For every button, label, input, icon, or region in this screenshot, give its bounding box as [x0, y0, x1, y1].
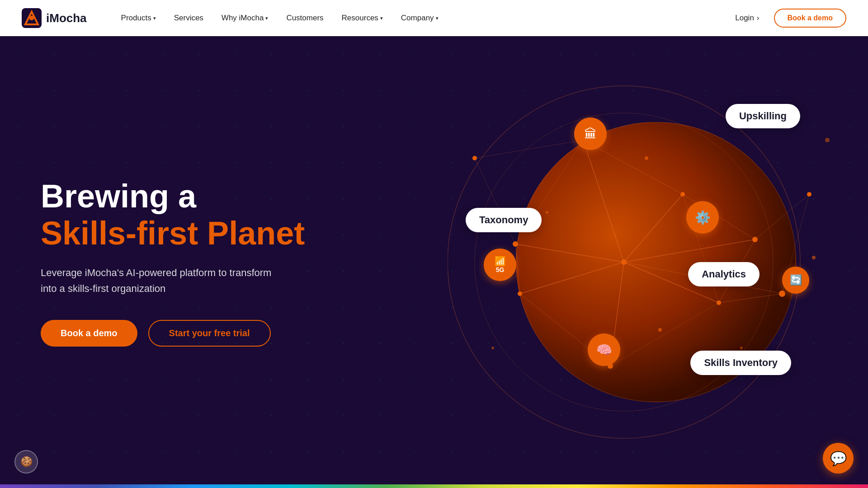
wifi-icon: 📶	[495, 256, 506, 266]
building-icon-circle: 🏛	[574, 117, 607, 150]
svg-point-32	[717, 300, 721, 305]
svg-line-13	[583, 140, 683, 194]
login-button[interactable]: Login ›	[728, 10, 766, 26]
5g-icon-circle: 📶 5G	[484, 249, 516, 281]
hero-title-orange: Skills-first Planet	[41, 215, 305, 251]
nav-resources[interactable]: Resources ▾	[335, 10, 390, 26]
svg-point-33	[752, 237, 758, 242]
skills-inventory-label: Skills Inventory	[690, 351, 791, 375]
svg-line-6	[624, 194, 683, 262]
svg-point-26	[621, 259, 627, 265]
navbar: iMocha Products ▾ Services Why iMocha ▾ …	[0, 0, 868, 36]
nav-products[interactable]: Products ▾	[114, 10, 163, 26]
chat-button[interactable]: 💬	[823, 443, 854, 474]
chevron-down-icon: ▾	[265, 15, 268, 21]
svg-point-29	[513, 241, 518, 247]
chevron-down-icon: ▾	[380, 15, 383, 21]
hero-title: Brewing a Skills-first Planet	[41, 178, 305, 253]
svg-line-11	[624, 239, 755, 262]
nav-customers[interactable]: Customers	[279, 10, 330, 26]
svg-point-36	[472, 156, 477, 160]
brain-icon-circle: 🧠	[588, 333, 620, 366]
5g-label: 5G	[496, 267, 505, 273]
right-gear-icon-circle: 🔄	[782, 267, 809, 294]
nav-links: Products ▾ Services Why iMocha ▾ Custome…	[114, 10, 728, 26]
cookie-button[interactable]: 🍪	[14, 450, 38, 474]
svg-point-40	[658, 328, 662, 332]
svg-point-34	[779, 291, 785, 297]
logo[interactable]: iMocha	[22, 8, 87, 28]
arrow-right-icon: ›	[757, 14, 760, 23]
nav-company[interactable]: Company ▾	[394, 10, 446, 26]
svg-point-2	[29, 16, 34, 20]
nav-why-imocha[interactable]: Why iMocha ▾	[214, 10, 276, 26]
svg-point-30	[518, 291, 522, 296]
hero-subtitle: Leverage iMocha's AI-powered platform to…	[41, 265, 276, 296]
svg-point-28	[680, 192, 685, 197]
hero-section: Brewing a Skills-first Planet Leverage i…	[0, 0, 868, 488]
hero-content: Brewing a Skills-first Planet Leverage i…	[0, 178, 305, 347]
svg-line-7	[515, 244, 624, 262]
svg-line-24	[475, 140, 583, 158]
analytics-label: Analytics	[688, 262, 760, 286]
svg-line-22	[755, 194, 809, 239]
logo-icon	[22, 8, 42, 28]
globe-wrapper: 🏛 ⚙️ 📶 5G 🧠 🔄 Upskilling Taxonomy	[448, 68, 836, 456]
svg-point-41	[740, 347, 743, 349]
svg-line-18	[719, 294, 782, 303]
svg-point-39	[546, 211, 548, 214]
svg-line-15	[515, 244, 520, 294]
chevron-down-icon: ▾	[436, 15, 439, 21]
upskilling-label: Upskilling	[726, 104, 800, 128]
globe-visualization: 🏛 ⚙️ 📶 5G 🧠 🔄 Upskilling Taxonomy	[416, 36, 868, 488]
svg-line-5	[583, 140, 624, 262]
svg-line-8	[520, 262, 624, 294]
hero-book-demo-button[interactable]: Book a demo	[41, 320, 137, 347]
svg-point-35	[807, 192, 811, 197]
svg-point-43	[812, 256, 816, 259]
logo-text: iMocha	[46, 11, 87, 25]
svg-point-42	[491, 347, 494, 349]
nav-right: Login › Book a demo	[728, 9, 846, 28]
svg-point-44	[825, 138, 830, 142]
rainbow-bar	[0, 484, 868, 488]
svg-point-37	[645, 156, 648, 160]
book-demo-nav-button[interactable]: Book a demo	[774, 9, 846, 28]
nav-services[interactable]: Services	[167, 10, 211, 26]
hero-buttons: Book a demo Start your free trial	[41, 320, 305, 347]
hero-free-trial-button[interactable]: Start your free trial	[148, 320, 271, 347]
gear-icon-circle: ⚙️	[686, 201, 719, 234]
chevron-down-icon: ▾	[153, 15, 156, 21]
taxonomy-label: Taxonomy	[466, 208, 542, 232]
